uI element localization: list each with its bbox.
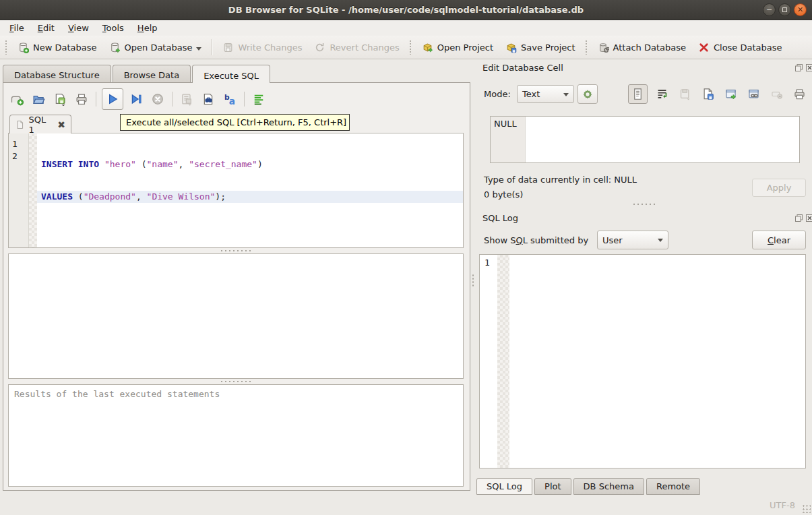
format-sql-button[interactable]	[250, 90, 268, 108]
label: V	[68, 23, 74, 33]
code-area[interactable]: INSERT INTO "hero" ("name", "secret_name…	[37, 133, 463, 247]
resize-grip[interactable]	[802, 504, 811, 513]
main-tab-bar: Database Structure Browse Data Execute S…	[3, 65, 272, 82]
sql-document-tab[interactable]: SQL 1 ✖	[9, 115, 71, 133]
new-database-button[interactable]: New Database	[13, 39, 102, 56]
label: Apply	[767, 183, 792, 193]
sql-text: )	[257, 159, 263, 169]
tab-browse-data[interactable]: Browse Data	[113, 65, 191, 82]
titlebar: DB Browser for SQLite - /home/user/code/…	[0, 0, 812, 20]
cell-value-editor[interactable]: NULL	[490, 116, 800, 163]
dock-tab-db-schema[interactable]: DB Schema	[573, 478, 644, 495]
sql-editor[interactable]: 1 2 INSERT INTO "hero" ("name", "secret_…	[8, 133, 464, 248]
close-database-button[interactable]: Close Database	[693, 39, 787, 56]
apply-settings-button[interactable]	[577, 84, 598, 104]
cell-content-area[interactable]	[526, 117, 799, 162]
dock-tab-plot[interactable]: Plot	[534, 478, 571, 495]
svg-text:a: a	[229, 96, 235, 106]
write-changes-button: Write Changes	[218, 39, 307, 56]
maximize-button[interactable]	[778, 3, 791, 16]
log-content[interactable]	[509, 255, 805, 468]
float-dock-button[interactable]	[794, 63, 803, 72]
cell-editor-toolbar	[628, 84, 808, 104]
sql-log-dock-title: SQL Log	[482, 213, 518, 223]
clear-log-button[interactable]: Clear	[752, 231, 806, 249]
format-icon	[252, 92, 266, 106]
close-dock-button[interactable]	[805, 214, 812, 222]
menu-tools[interactable]: Tools	[96, 20, 131, 36]
open-project-button[interactable]: Open Project	[417, 39, 498, 56]
export-data-button[interactable]	[722, 86, 739, 102]
label: Write Changes	[238, 42, 302, 53]
toolbar-handle[interactable]	[585, 40, 588, 55]
find-button[interactable]	[199, 90, 217, 108]
cell-type-gutter: NULL	[491, 117, 526, 162]
mode-select[interactable]: Text	[517, 85, 574, 103]
dock-tab-sql-log[interactable]: SQL Log	[476, 478, 532, 495]
new-database-icon	[18, 42, 29, 53]
sql-log-area[interactable]: 1	[479, 254, 806, 468]
open-database-dropdown-icon[interactable]	[196, 47, 201, 53]
toolbar-handle[interactable]	[409, 40, 412, 55]
replace-icon: ba	[223, 92, 237, 106]
text-document-icon	[631, 88, 644, 100]
dock-tab-bar: SQL Log Plot DB Schema Remote	[476, 478, 700, 495]
label: Plot	[544, 481, 561, 491]
open-in-external-button[interactable]	[745, 86, 762, 102]
main-toolbar: New Database Open Database Write Changes…	[0, 36, 812, 59]
tab-database-structure[interactable]: Database Structure	[3, 65, 111, 82]
tooltip-text: Execute all/selected SQL [Ctrl+Return, F…	[126, 117, 346, 127]
menu-view[interactable]: View	[61, 20, 96, 36]
float-dock-button[interactable]	[794, 214, 803, 222]
text-mode-button[interactable]	[628, 84, 648, 104]
save-sql-file-button[interactable]	[51, 90, 69, 108]
attach-database-button[interactable]: Attach Database	[593, 39, 691, 56]
vertical-splitter-handle[interactable]	[472, 274, 474, 287]
minimize-button[interactable]: −	[763, 3, 776, 16]
open-sql-file-button[interactable]	[30, 90, 47, 108]
save-as-button	[677, 86, 693, 102]
menu-edit[interactable]: Edit	[31, 20, 61, 36]
label: Q	[516, 235, 522, 245]
close-dock-button[interactable]	[805, 63, 812, 72]
splitter-handle[interactable]	[220, 380, 251, 383]
label: lear	[774, 235, 790, 245]
tab-execute-sql[interactable]: Execute SQL	[192, 65, 270, 83]
save-project-button[interactable]: Save Project	[501, 39, 580, 56]
label: iew	[74, 23, 89, 33]
execute-line-button[interactable]	[127, 90, 145, 108]
print-sql-button[interactable]	[73, 90, 90, 108]
menu-help[interactable]: Help	[131, 20, 164, 36]
toolbar-separator	[172, 92, 173, 107]
label: H	[137, 23, 144, 33]
import-data-button[interactable]	[699, 86, 716, 102]
splitter-handle[interactable]	[220, 249, 251, 252]
replace-button[interactable]: ba	[221, 90, 239, 108]
chevron-down-icon	[563, 93, 569, 99]
log-filter-label: Show SQL submitted by	[484, 235, 588, 245]
label: Show S	[484, 235, 516, 245]
print-cell-button[interactable]	[791, 86, 808, 102]
close-tab-icon[interactable]: ✖	[57, 119, 65, 130]
sql-text: ,	[179, 159, 189, 169]
close-database-icon	[698, 42, 710, 53]
app-window: DB Browser for SQLite - /home/user/code/…	[0, 0, 812, 515]
results-message-pane[interactable]: Results of the last executed statements	[8, 384, 464, 487]
toolbar-handle[interactable]	[5, 40, 8, 55]
revert-changes-button: Revert Changes	[309, 39, 404, 56]
menu-file[interactable]: File	[3, 20, 31, 36]
splitter-handle[interactable]	[632, 203, 655, 206]
label: Database Structure	[14, 70, 100, 80]
encoding-indicator: UTF-8	[770, 500, 795, 510]
dock-tab-remote[interactable]: Remote	[646, 478, 700, 495]
execute-all-button[interactable]	[102, 88, 123, 110]
label: C	[768, 235, 774, 245]
save-file-icon	[53, 92, 67, 106]
new-sql-tab-button[interactable]	[8, 90, 26, 108]
open-database-button[interactable]: Open Database	[104, 38, 207, 56]
log-filter-select[interactable]: User	[597, 231, 668, 249]
results-grid-pane[interactable]	[8, 253, 464, 379]
word-wrap-button[interactable]	[654, 86, 670, 102]
close-button[interactable]: ✕	[794, 3, 807, 16]
mode-label: Mode:	[484, 89, 511, 99]
